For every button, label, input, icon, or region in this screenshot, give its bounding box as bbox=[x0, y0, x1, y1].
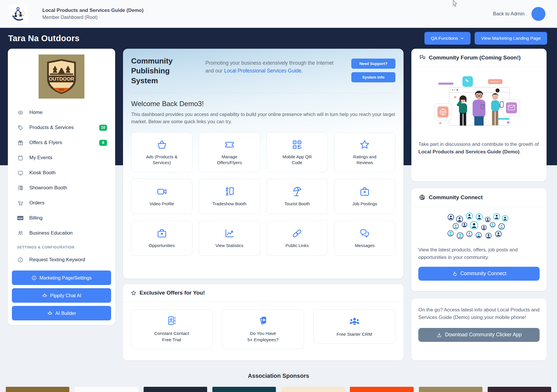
business-topbar: Tara Na Outdoors QA Functions View Marke… bbox=[0, 28, 557, 49]
video-camera-icon bbox=[156, 186, 168, 197]
sponsor-thumbnail[interactable] bbox=[144, 387, 207, 392]
business-logo: OUTDOOR TARANA 2022 bbox=[39, 55, 84, 99]
forum-text: Take part in discussions and contribute … bbox=[418, 141, 539, 147]
links-icon bbox=[291, 228, 303, 239]
quick-link-opportunities[interactable]: Opportunities bbox=[131, 220, 192, 256]
system-info-button[interactable]: System Info bbox=[351, 72, 395, 82]
exclusive-offers-card: Exclusive Offers for You! Constant Conta… bbox=[123, 284, 404, 360]
info-circle-icon bbox=[17, 257, 23, 263]
sidebar-item-products-services[interactable]: Products & Services 10 bbox=[12, 120, 111, 135]
cart-icon bbox=[17, 200, 23, 206]
download-community-clicker-button[interactable]: Download Community Clicker App bbox=[418, 328, 540, 342]
pippily-chat-ai-label: Pippily Chat AI bbox=[50, 293, 81, 298]
back-to-admin-link[interactable]: Back to Admin bbox=[493, 11, 525, 17]
hero-description: Promoting your business extensively thro… bbox=[198, 56, 344, 86]
sidebar-item-my-events[interactable]: My Events bbox=[12, 150, 111, 165]
star-icon bbox=[359, 139, 370, 150]
sponsor-thumbnail[interactable] bbox=[350, 387, 413, 392]
sidebar-item-billing[interactable]: stripe Billing bbox=[12, 210, 111, 226]
quick-link-mobile-qr[interactable]: Mobile App QR Code bbox=[267, 132, 328, 172]
sidebar-item-offers-flyers[interactable]: Offers & Flyers 8 bbox=[12, 135, 111, 150]
local-professional-services-guide-link[interactable]: Local Professional Services Guide bbox=[224, 68, 301, 74]
business-name: Tara Na Outdoors bbox=[8, 34, 79, 43]
sponsor-thumbnail[interactable] bbox=[488, 387, 551, 392]
quick-link-label: Ratings and Reviews bbox=[353, 154, 376, 166]
ticket-icon bbox=[224, 139, 235, 150]
sidebar-item-business-education[interactable]: Business Education bbox=[12, 226, 111, 241]
qa-functions-button[interactable]: QA Functions bbox=[424, 32, 471, 45]
view-marketing-label: View Marketing Landing Page bbox=[481, 36, 541, 41]
quick-link-ratings-reviews[interactable]: Ratings and Reviews bbox=[334, 132, 395, 172]
need-support-button[interactable]: Need Support? bbox=[351, 59, 395, 69]
quick-link-label: Manage Offers/Flyers bbox=[217, 154, 242, 166]
quick-link-view-statistics[interactable]: View Statistics bbox=[199, 220, 260, 256]
sponsor-thumbnail[interactable] bbox=[419, 387, 482, 392]
offer-label: Free Starter CRM bbox=[337, 331, 372, 337]
marketing-page-settings-label: Marketing Page/Settings bbox=[39, 275, 92, 281]
sidebar-item-orders[interactable]: Orders bbox=[12, 195, 111, 210]
quick-link-label: View Statistics bbox=[216, 243, 243, 248]
community-forum-card: Community Forum (Coming Soon!) bbox=[411, 49, 547, 181]
community-connect-button[interactable]: Community Connect bbox=[418, 267, 540, 281]
sponsors-title: Association Sponsors bbox=[0, 373, 557, 379]
people-icon bbox=[17, 230, 23, 236]
offer-5plus-employees[interactable]: Do You Have 5+ Employees? bbox=[222, 309, 304, 349]
forum-text-period: . bbox=[520, 149, 521, 155]
settings-section-label: SETTINGS & CONFIGURATION bbox=[12, 241, 111, 252]
marketing-page-settings-button[interactable]: Marketing Page/Settings bbox=[12, 271, 111, 285]
quick-link-tourist-booth[interactable]: Tourist Booth bbox=[267, 179, 328, 214]
quick-link-label: Job Postings bbox=[352, 201, 377, 207]
view-marketing-landing-page-button[interactable]: View Marketing Landing Page bbox=[475, 32, 547, 45]
app-header: Local Products and Services Guide (Demo)… bbox=[0, 0, 557, 28]
forum-description: Take part in discussions and contribute … bbox=[418, 141, 540, 156]
quick-link-tradeshow-booth[interactable]: Tradeshow Booth bbox=[199, 179, 260, 214]
star-icon bbox=[131, 290, 137, 296]
sponsor-thumbnail[interactable] bbox=[75, 387, 138, 392]
quick-link-label: Ads (Products & Services) bbox=[146, 154, 177, 166]
user-avatar[interactable] bbox=[531, 7, 545, 21]
app-title: Local Products and Services Guide (Demo) bbox=[42, 8, 144, 13]
monitor-icon bbox=[17, 170, 23, 176]
offer-constant-contact[interactable]: Constant Contact Free Trial bbox=[131, 309, 213, 349]
quick-link-messages[interactable]: Messages bbox=[334, 220, 395, 256]
eye-icon bbox=[17, 109, 23, 116]
offer-free-starter-crm[interactable]: Free Starter CRM bbox=[313, 309, 395, 344]
quick-link-label: Tradeshow Booth bbox=[212, 201, 246, 207]
quick-link-manage-offers[interactable]: Manage Offers/Flyers bbox=[199, 132, 260, 172]
briefcase-icon bbox=[359, 186, 370, 197]
svg-text:TARANA: TARANA bbox=[53, 82, 70, 87]
messages-icon bbox=[359, 228, 370, 239]
sidebar-item-request-texting-keyword[interactable]: Request Texting Keyword bbox=[12, 252, 111, 267]
qr-code-icon bbox=[291, 139, 303, 150]
sidebar: OUTDOOR TARANA 2022 Home Products bbox=[8, 49, 115, 325]
robot-icon bbox=[42, 293, 48, 298]
sponsor-thumbnail[interactable] bbox=[212, 387, 276, 392]
sponsor-thumbnail[interactable] bbox=[281, 387, 345, 392]
sidebar-item-label: Request Texting Keyword bbox=[29, 257, 85, 263]
offer-label: Constant Contact Free Trial bbox=[154, 330, 189, 343]
connect-description: View the latest products, offers, job po… bbox=[418, 246, 540, 262]
sidebar-item-showroom-booth[interactable]: Showroom Booth bbox=[12, 180, 111, 195]
globe-cursor-icon bbox=[419, 194, 426, 201]
offers-title: Exclusive Offers for You! bbox=[140, 290, 205, 296]
gift-icon bbox=[17, 139, 23, 146]
sidebar-item-label: Kiosk Booth bbox=[29, 170, 56, 176]
quick-link-public-links[interactable]: Public Links bbox=[267, 220, 328, 256]
ai-builder-button[interactable]: AI Builder bbox=[12, 306, 111, 320]
offers-count-badge: 8 bbox=[99, 140, 107, 146]
chat-bubbles-icon bbox=[419, 54, 426, 61]
pointer-hand-icon bbox=[452, 271, 457, 277]
quick-link-job-postings[interactable]: Job Postings bbox=[334, 179, 395, 214]
quick-link-label: Opportunities bbox=[149, 243, 175, 248]
quick-link-label: Messages bbox=[355, 243, 375, 248]
sidebar-item-home[interactable]: Home bbox=[12, 105, 111, 120]
sidebar-item-label: Home bbox=[29, 110, 42, 115]
sidebar-item-kiosk-booth[interactable]: Kiosk Booth bbox=[12, 165, 111, 180]
tag-icon bbox=[17, 124, 23, 131]
hero-desc-period: . bbox=[301, 68, 303, 74]
quick-link-video-profile[interactable]: Video Profile bbox=[131, 179, 192, 214]
sponsor-thumbnail[interactable] bbox=[6, 387, 69, 392]
quick-link-ads[interactable]: Ads (Products & Services) bbox=[131, 132, 192, 172]
forum-title: Community Forum (Coming Soon!) bbox=[429, 55, 521, 61]
pippily-chat-ai-button[interactable]: Pippily Chat AI bbox=[12, 288, 111, 303]
